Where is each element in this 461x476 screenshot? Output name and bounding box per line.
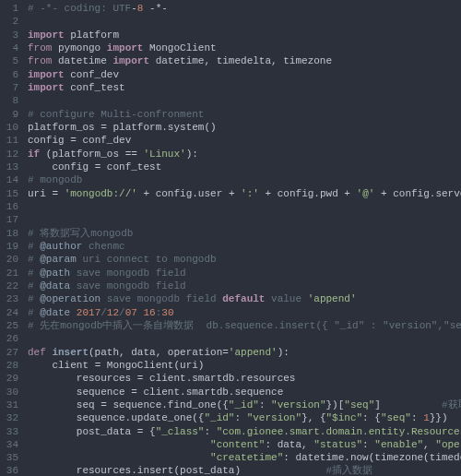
- line-number: 20: [0, 253, 18, 266]
- code-line[interactable]: # @operation save mongodb field default …: [28, 292, 461, 305]
- line-number: 16: [0, 200, 18, 213]
- line-number: 28: [0, 359, 18, 372]
- line-number-gutter: 1234567891011121314151617181920212223242…: [0, 0, 24, 476]
- line-number: 8: [0, 94, 18, 107]
- code-line[interactable]: from pymongo import MongoClient: [28, 42, 461, 54]
- line-number: 22: [0, 280, 18, 292]
- code-line[interactable]: seq = sequence.find_one({"_id": "version…: [28, 399, 461, 411]
- code-line[interactable]: if (platform_os == 'Linux'):: [28, 148, 461, 161]
- code-line[interactable]: import conf_test: [28, 81, 461, 94]
- code-editor[interactable]: 1234567891011121314151617181920212223242…: [0, 0, 461, 476]
- line-number: 24: [0, 306, 18, 319]
- code-line[interactable]: from datetime import datetime, timedelta…: [28, 54, 461, 67]
- code-line[interactable]: import conf_dev: [28, 68, 461, 81]
- code-line[interactable]: [28, 332, 461, 345]
- line-number: 1: [0, 2, 18, 15]
- line-number: 29: [0, 372, 18, 385]
- line-number: 21: [0, 267, 18, 280]
- line-number: 14: [0, 173, 18, 186]
- line-number: 15: [0, 187, 18, 200]
- line-number: 3: [0, 29, 18, 42]
- line-number: 32: [0, 411, 18, 424]
- line-number: 23: [0, 292, 18, 305]
- line-number: 34: [0, 438, 18, 451]
- line-number: 2: [0, 15, 18, 28]
- line-number: 33: [0, 425, 18, 438]
- line-number: 19: [0, 240, 18, 253]
- code-line[interactable]: post_data = {"_class": "com.gionee.smart…: [28, 425, 461, 438]
- code-line[interactable]: resources = client.smartdb.resources: [28, 372, 461, 385]
- line-number: 27: [0, 346, 18, 359]
- code-line[interactable]: [28, 213, 461, 226]
- code-line[interactable]: sequence.update_one({"_id": "version"}, …: [28, 411, 461, 424]
- line-number: 13: [0, 161, 18, 173]
- line-number: 26: [0, 332, 18, 345]
- code-line[interactable]: resources.insert(post_data) #插入数据: [28, 464, 461, 476]
- line-number: 7: [0, 81, 18, 94]
- line-number: 4: [0, 42, 18, 54]
- line-number: 35: [0, 451, 18, 464]
- code-line[interactable]: "createtime": datetime.now(timezone(time…: [28, 451, 461, 464]
- line-number: 17: [0, 213, 18, 226]
- line-number: 10: [0, 121, 18, 134]
- code-area[interactable]: # -*- coding: UTF-8 -*- import platformf…: [24, 0, 461, 476]
- line-number: 31: [0, 399, 18, 411]
- code-line[interactable]: [28, 200, 461, 213]
- code-line[interactable]: import platform: [28, 29, 461, 42]
- code-line[interactable]: platform_os = platform.system(): [28, 121, 461, 134]
- line-number: 11: [0, 134, 18, 147]
- code-line[interactable]: [28, 94, 461, 107]
- code-line[interactable]: uri = 'mongodb://' + config.user + ':' +…: [28, 187, 461, 200]
- line-number: 6: [0, 68, 18, 81]
- code-line[interactable]: # configure Multi-confronment: [28, 108, 461, 121]
- code-line[interactable]: # @author chenmc: [28, 240, 461, 253]
- code-line[interactable]: # -*- coding: UTF-8 -*-: [28, 2, 461, 15]
- code-line[interactable]: def insert(path, data, operation='append…: [28, 346, 461, 359]
- code-line[interactable]: # @param uri connect to mongodb: [28, 253, 461, 266]
- code-line[interactable]: # mongodb: [28, 173, 461, 186]
- line-number: 30: [0, 386, 18, 399]
- line-number: 36: [0, 464, 18, 476]
- line-number: 9: [0, 108, 18, 121]
- code-line[interactable]: client = MongoClient(uri): [28, 359, 461, 372]
- code-line[interactable]: # @path save mongodb field: [28, 267, 461, 280]
- line-number: 18: [0, 227, 18, 240]
- code-line[interactable]: "content": data, "status": "enable", "op…: [28, 438, 461, 451]
- code-line[interactable]: # @data save mongodb field: [28, 280, 461, 292]
- code-line[interactable]: [28, 15, 461, 28]
- code-line[interactable]: # 先在mongodb中插入一条自增数据 db.sequence.insert(…: [28, 319, 461, 332]
- line-number: 25: [0, 319, 18, 332]
- line-number: 12: [0, 148, 18, 161]
- code-line[interactable]: # @date 2017/12/07 16:30: [28, 306, 461, 319]
- line-number: 5: [0, 54, 18, 67]
- code-line[interactable]: config = conf_dev: [28, 134, 461, 147]
- code-line[interactable]: sequence = client.smartdb.sequence: [28, 386, 461, 399]
- code-line[interactable]: # 将数据写入mongodb: [28, 227, 461, 240]
- code-line[interactable]: config = conf_test: [28, 161, 461, 173]
